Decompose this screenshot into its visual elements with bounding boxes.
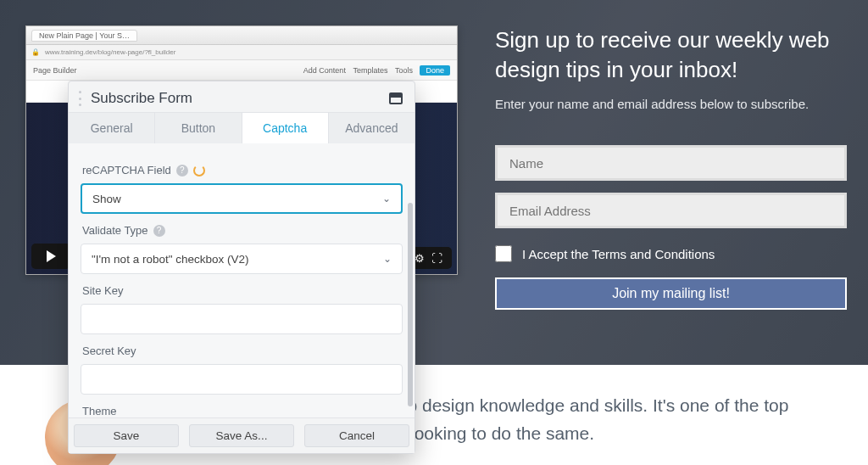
settings-panel: Subscribe Form General Button Captcha Ad… — [68, 81, 415, 454]
done-button[interactable]: Done — [420, 65, 450, 76]
tab-button[interactable]: Button — [155, 113, 242, 143]
join-button[interactable]: Join my mailing list! — [495, 277, 847, 310]
play-button[interactable] — [31, 244, 70, 269]
terms-checkbox[interactable] — [495, 245, 512, 262]
secret-key-input[interactable] — [81, 364, 403, 395]
save-as-button[interactable]: Save As... — [189, 424, 294, 447]
tab-advanced[interactable]: Advanced — [329, 113, 415, 143]
gear-icon[interactable]: ⚙ — [415, 252, 425, 265]
scrollbar[interactable] — [408, 203, 413, 406]
validate-label: Validate Type ? — [82, 224, 403, 237]
chevron-down-icon: ⌄ — [382, 193, 391, 204]
hero-heading: Sign up to receive our weekly web design… — [495, 25, 847, 85]
builder-title: Page Builder — [33, 66, 77, 75]
terms-row[interactable]: I Accept the Terms and Conditions — [495, 245, 847, 262]
help-icon[interactable]: ? — [176, 165, 188, 176]
recaptcha-select[interactable]: Show ⌄ — [81, 183, 403, 214]
fullscreen-icon[interactable]: ⛶ — [431, 252, 442, 265]
templates-link[interactable]: Templates — [353, 66, 387, 75]
site-key-label: Site Key — [82, 284, 403, 297]
cancel-button[interactable]: Cancel — [304, 424, 409, 447]
lock-icon: 🔒 — [31, 48, 40, 56]
panel-title: Subscribe Form — [91, 90, 389, 107]
browser-tab[interactable]: New Plain Page | Your S… — [31, 30, 137, 42]
signup-column: Sign up to receive our weekly web design… — [495, 25, 847, 310]
help-icon[interactable]: ? — [153, 225, 165, 237]
panel-tabs: General Button Captcha Advanced — [69, 112, 415, 143]
site-key-input[interactable] — [81, 304, 403, 334]
name-input[interactable] — [495, 145, 847, 181]
address-bar[interactable]: 🔒 www.training.dev/blog/new-page/?fl_bui… — [26, 45, 457, 60]
panel-footer: Save Save As... Cancel — [69, 417, 415, 453]
secret-key-label: Secret Key — [82, 345, 403, 357]
add-content-link[interactable]: Add Content — [303, 66, 346, 75]
email-input[interactable] — [495, 193, 847, 228]
tab-general[interactable]: General — [69, 113, 155, 143]
chevron-down-icon: ⌄ — [383, 253, 392, 265]
theme-label: Theme — [82, 405, 403, 417]
tab-captcha[interactable]: Captcha — [242, 113, 329, 143]
hero-subheading: Enter your name and email address below … — [495, 97, 847, 111]
validate-select[interactable]: "I'm not a robot" checkbox (V2) ⌄ — [81, 244, 403, 274]
browser-tabbar: New Plain Page | Your S… — [26, 26, 457, 45]
layout-toggle-icon[interactable] — [389, 92, 403, 104]
recaptcha-label: reCAPTCHA Field ? — [82, 164, 403, 176]
tools-link[interactable]: Tools — [395, 66, 413, 75]
drag-handle-icon[interactable] — [79, 91, 84, 106]
panel-body: reCAPTCHA Field ? Show ⌄ Validate Type ?… — [69, 143, 415, 417]
terms-label: I Accept the Terms and Conditions — [522, 247, 715, 261]
loading-spinner-icon — [193, 165, 205, 176]
builder-toolbar: Page Builder Add Content Templates Tools… — [26, 60, 457, 81]
url-text: www.training.dev/blog/new-page/?fl_build… — [45, 48, 175, 56]
save-button[interactable]: Save — [74, 424, 179, 447]
